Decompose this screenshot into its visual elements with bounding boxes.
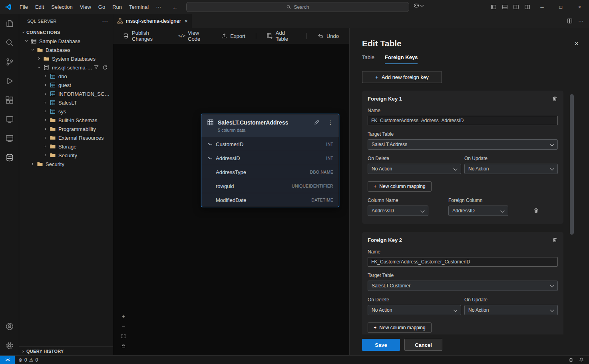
- panel-close-icon[interactable]: ×: [574, 40, 579, 47]
- editor-actions-more-icon[interactable]: ⋯: [578, 18, 583, 24]
- edit-table-tab[interactable]: Foreign Keys: [385, 54, 418, 64]
- notifications-bell-icon[interactable]: [579, 357, 584, 363]
- filter-icon[interactable]: [94, 65, 99, 70]
- sidebar-more-icon[interactable]: ⋯: [102, 18, 108, 25]
- tree-item[interactable]: guest: [19, 81, 113, 89]
- column-name-select[interactable]: AddressID: [368, 206, 428, 216]
- tree-item[interactable]: INFORMATION_SCHEMA: [19, 89, 113, 98]
- tree-item-icon: [50, 99, 56, 106]
- customize-layout-button[interactable]: [521, 2, 533, 12]
- tree-item[interactable]: Built-in Schemas: [19, 116, 113, 125]
- table-column-row[interactable]: ModifiedDate DATETIME: [201, 193, 339, 207]
- toggle-primary-sidebar-button[interactable]: [488, 2, 499, 12]
- foreign-column-select[interactable]: AddressID: [448, 206, 508, 216]
- command-center-search[interactable]: Search: [186, 2, 409, 12]
- cancel-button[interactable]: Cancel: [404, 339, 442, 351]
- on-delete-select[interactable]: No Action: [368, 305, 461, 315]
- search-icon[interactable]: [0, 33, 19, 52]
- menu-item[interactable]: Terminal: [125, 3, 152, 12]
- toolbar-button[interactable]: </> Export: [221, 33, 245, 39]
- zoom-out-button[interactable]: −: [120, 323, 127, 329]
- menu-item[interactable]: Selection: [48, 3, 76, 12]
- edit-table-tab[interactable]: Table: [362, 54, 374, 64]
- tree-item[interactable]: sys: [19, 107, 113, 116]
- problems-status[interactable]: ⊗ 0 ⚠ 0: [15, 357, 42, 363]
- split-editor-icon[interactable]: [567, 18, 573, 24]
- save-button[interactable]: Save: [362, 339, 400, 351]
- new-column-mapping-button[interactable]: +New column mapping: [368, 322, 432, 333]
- tree-item[interactable]: Sample Database: [19, 37, 113, 46]
- sql-database-icon[interactable]: [0, 148, 19, 167]
- query-history-section-header[interactable]: QUERY HISTORY: [19, 346, 113, 355]
- target-table-select[interactable]: SalesLT.Customer: [368, 281, 558, 291]
- lock-canvas-button[interactable]: [120, 343, 127, 349]
- table-column-row[interactable]: AddressID INT: [201, 151, 339, 165]
- delete-foreign-key-icon[interactable]: [552, 96, 558, 102]
- table-node-menu-icon[interactable]: ⋮: [328, 119, 333, 126]
- delete-mapping-icon[interactable]: [533, 208, 539, 214]
- tree-item[interactable]: Security: [19, 160, 113, 168]
- panel-scrollbar-thumb[interactable]: [570, 94, 574, 235]
- account-icon[interactable]: [0, 317, 19, 336]
- tab-close-icon[interactable]: ×: [185, 18, 188, 24]
- on-update-select[interactable]: No Action: [464, 305, 558, 315]
- tree-item[interactable]: Databases: [19, 46, 113, 54]
- target-table-select[interactable]: SalesLT.Address: [368, 139, 558, 150]
- connections-section-header[interactable]: CONNECTIONS: [19, 28, 113, 37]
- toolbar-button[interactable]: </> View Code: [179, 30, 211, 42]
- tab-mssql-schema-designer[interactable]: mssql-schema-designer ×: [113, 14, 192, 28]
- fit-view-button[interactable]: [120, 333, 127, 339]
- chevron-down-icon: [42, 108, 49, 115]
- on-update-select[interactable]: No Action: [464, 164, 558, 174]
- toolbar-button[interactable]: </> Publish Changes: [123, 30, 168, 42]
- copilot-status-icon[interactable]: [568, 357, 574, 363]
- sql-connections-icon[interactable]: [0, 129, 19, 148]
- menu-item[interactable]: View: [76, 3, 95, 12]
- remote-indicator[interactable]: ><: [0, 356, 15, 364]
- remote-explorer-icon[interactable]: [0, 110, 19, 129]
- refresh-icon[interactable]: [102, 65, 108, 70]
- copilot-button[interactable]: [413, 2, 423, 9]
- menu-item[interactable]: Go: [95, 3, 109, 12]
- zoom-in-button[interactable]: +: [120, 313, 127, 319]
- tree-item[interactable]: Security: [19, 151, 113, 160]
- maximize-button[interactable]: □: [551, 0, 570, 14]
- toggle-secondary-sidebar-button[interactable]: [510, 2, 521, 12]
- table-column-row[interactable]: rowguid UNIQUEIDENTIFIER: [201, 179, 339, 193]
- table-column-row[interactable]: AddressType DBO.NAME: [201, 165, 339, 179]
- source-control-icon[interactable]: [0, 52, 19, 71]
- menu-item[interactable]: Run: [109, 3, 125, 12]
- toolbar-button[interactable]: </> Add Table: [267, 30, 296, 42]
- tree-item[interactable]: SalesLT: [19, 98, 113, 107]
- explorer-icon[interactable]: [0, 14, 19, 33]
- schema-canvas[interactable]: SalesLT.CustomerAddress ⋮ 5 column data: [113, 44, 349, 355]
- menu-overflow-icon[interactable]: ⋯: [152, 4, 165, 10]
- foreign-key-card: Foreign Key 2 Name Target Table SalesLT.…: [362, 232, 563, 334]
- tree-item[interactable]: mssql-schema-de...: [19, 63, 113, 72]
- fk-name-input[interactable]: [368, 257, 558, 267]
- tree-item[interactable]: Programmability: [19, 125, 113, 133]
- back-button[interactable]: ←: [171, 4, 179, 10]
- menu-item[interactable]: File: [16, 3, 32, 12]
- table-node-header[interactable]: SalesLT.CustomerAddress ⋮ 5 column data: [201, 114, 339, 137]
- tree-item[interactable]: dbo: [19, 72, 113, 81]
- edit-table-pencil-icon[interactable]: [314, 119, 320, 125]
- tree-item[interactable]: Storage: [19, 142, 113, 151]
- close-window-button[interactable]: ×: [570, 0, 589, 14]
- new-column-mapping-button[interactable]: +New column mapping: [368, 181, 432, 192]
- on-delete-select[interactable]: No Action: [368, 164, 461, 174]
- table-column-row[interactable]: CustomerID INT: [201, 137, 339, 151]
- minimize-button[interactable]: ─: [533, 0, 551, 14]
- run-debug-icon[interactable]: [0, 71, 19, 91]
- tree-item[interactable]: System Databases: [19, 54, 113, 63]
- settings-gear-icon[interactable]: [0, 336, 19, 355]
- table-node-customeraddress[interactable]: SalesLT.CustomerAddress ⋮ 5 column data: [201, 114, 339, 207]
- add-new-foreign-key-button[interactable]: + Add new foreign key: [362, 71, 442, 83]
- tree-item[interactable]: External Resources: [19, 133, 113, 142]
- fk-name-input[interactable]: [368, 116, 558, 125]
- toolbar-button[interactable]: </> Undo: [317, 33, 339, 39]
- menu-item[interactable]: Edit: [32, 3, 48, 12]
- delete-foreign-key-icon[interactable]: [552, 237, 558, 243]
- toggle-panel-button[interactable]: [499, 2, 510, 12]
- extensions-icon[interactable]: [0, 91, 19, 110]
